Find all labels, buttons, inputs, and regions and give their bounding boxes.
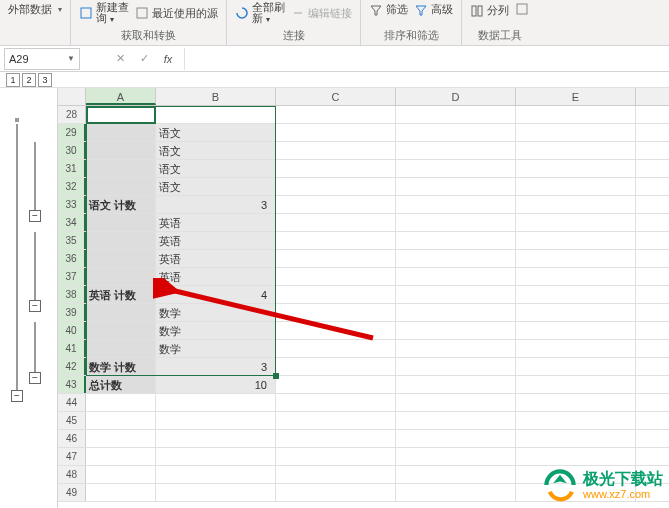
cell[interactable] bbox=[156, 466, 276, 483]
cell[interactable] bbox=[516, 304, 636, 321]
cell[interactable] bbox=[396, 376, 516, 393]
cell[interactable] bbox=[276, 376, 396, 393]
cell[interactable] bbox=[516, 268, 636, 285]
cell[interactable] bbox=[396, 268, 516, 285]
cell[interactable] bbox=[86, 304, 156, 321]
cell[interactable] bbox=[156, 394, 276, 411]
cell[interactable]: 数学 bbox=[156, 340, 276, 357]
col-header-c[interactable]: C bbox=[276, 88, 396, 105]
cell[interactable] bbox=[276, 196, 396, 213]
cell[interactable] bbox=[516, 196, 636, 213]
cell[interactable] bbox=[156, 484, 276, 501]
new-query-button[interactable]: 新建查询 ▾ bbox=[79, 2, 129, 24]
cell[interactable]: 3 bbox=[156, 196, 276, 213]
row-header[interactable]: 31 bbox=[58, 160, 86, 177]
col-header-e[interactable]: E bbox=[516, 88, 636, 105]
outline-collapse-1[interactable]: − bbox=[29, 210, 41, 222]
cell[interactable] bbox=[516, 340, 636, 357]
cell[interactable]: 4 bbox=[156, 286, 276, 303]
cell[interactable] bbox=[276, 124, 396, 141]
cell[interactable]: 英语 bbox=[156, 214, 276, 231]
cell[interactable] bbox=[516, 232, 636, 249]
cancel-icon[interactable]: ✕ bbox=[110, 49, 130, 69]
outline-collapse-3[interactable]: − bbox=[29, 372, 41, 384]
flash-fill-icon[interactable] bbox=[515, 2, 529, 19]
cell[interactable] bbox=[396, 196, 516, 213]
row-header[interactable]: 35 bbox=[58, 232, 86, 249]
cell[interactable] bbox=[276, 304, 396, 321]
outline-collapse-grand[interactable]: − bbox=[11, 390, 23, 402]
cell[interactable] bbox=[276, 106, 396, 123]
formula-bar[interactable] bbox=[184, 48, 669, 70]
cell[interactable]: 数学 bbox=[156, 304, 276, 321]
cell[interactable] bbox=[396, 142, 516, 159]
cell[interactable] bbox=[516, 214, 636, 231]
refresh-all-button[interactable]: 全部刷新 ▾ bbox=[235, 2, 285, 24]
spreadsheet[interactable]: A B C D E 2829语文30语文31语文32语文33语文 计数334英语… bbox=[58, 88, 669, 508]
cell[interactable] bbox=[276, 178, 396, 195]
cell[interactable] bbox=[516, 106, 636, 123]
cell[interactable] bbox=[516, 322, 636, 339]
cell[interactable]: 英语 bbox=[156, 268, 276, 285]
cell[interactable] bbox=[276, 448, 396, 465]
external-data-label[interactable]: 外部数据 bbox=[8, 2, 52, 17]
row-header[interactable]: 44 bbox=[58, 394, 86, 411]
cell[interactable] bbox=[396, 304, 516, 321]
select-all-corner[interactable] bbox=[58, 88, 86, 105]
cell[interactable] bbox=[396, 232, 516, 249]
edit-links-button[interactable]: 编辑链接 bbox=[291, 6, 352, 21]
cell[interactable] bbox=[396, 160, 516, 177]
cell[interactable] bbox=[396, 340, 516, 357]
cell[interactable] bbox=[396, 412, 516, 429]
cell[interactable] bbox=[86, 322, 156, 339]
cell[interactable] bbox=[86, 250, 156, 267]
row-header[interactable]: 42 bbox=[58, 358, 86, 375]
cell[interactable] bbox=[86, 466, 156, 483]
cell[interactable] bbox=[86, 142, 156, 159]
row-header[interactable]: 33 bbox=[58, 196, 86, 213]
cell[interactable]: 语文 bbox=[156, 142, 276, 159]
cell[interactable] bbox=[276, 268, 396, 285]
row-header[interactable]: 41 bbox=[58, 340, 86, 357]
cell[interactable] bbox=[396, 214, 516, 231]
text-to-columns-button[interactable]: 分列 bbox=[470, 3, 509, 18]
cell[interactable] bbox=[86, 430, 156, 447]
cell[interactable] bbox=[516, 394, 636, 411]
outline-level-3[interactable]: 3 bbox=[38, 73, 52, 87]
cell[interactable] bbox=[396, 250, 516, 267]
col-header-a[interactable]: A bbox=[86, 88, 156, 105]
cell[interactable] bbox=[86, 412, 156, 429]
cell[interactable] bbox=[276, 286, 396, 303]
chevron-down-icon[interactable]: ▼ bbox=[67, 54, 75, 63]
cell[interactable] bbox=[516, 178, 636, 195]
outline-collapse-2[interactable]: − bbox=[29, 300, 41, 312]
cell[interactable] bbox=[276, 394, 396, 411]
cell[interactable] bbox=[396, 430, 516, 447]
cell[interactable] bbox=[276, 412, 396, 429]
cell[interactable] bbox=[276, 466, 396, 483]
col-header-b[interactable]: B bbox=[156, 88, 276, 105]
cell[interactable] bbox=[276, 142, 396, 159]
outline-level-1[interactable]: 1 bbox=[6, 73, 20, 87]
cell[interactable] bbox=[86, 106, 156, 123]
cell[interactable] bbox=[86, 232, 156, 249]
cell[interactable] bbox=[516, 250, 636, 267]
cell[interactable] bbox=[276, 250, 396, 267]
row-header[interactable]: 28 bbox=[58, 106, 86, 123]
cell[interactable] bbox=[86, 484, 156, 501]
cell[interactable]: 英语 计数 bbox=[86, 286, 156, 303]
cell[interactable]: 英语 bbox=[156, 232, 276, 249]
row-header[interactable]: 30 bbox=[58, 142, 86, 159]
cell[interactable] bbox=[396, 106, 516, 123]
cell[interactable] bbox=[516, 124, 636, 141]
name-box[interactable]: A29 ▼ bbox=[4, 48, 80, 70]
row-header[interactable]: 39 bbox=[58, 304, 86, 321]
cell[interactable] bbox=[516, 358, 636, 375]
cell[interactable] bbox=[276, 340, 396, 357]
cell[interactable]: 总计数 bbox=[86, 376, 156, 393]
cell[interactable] bbox=[276, 160, 396, 177]
cell[interactable] bbox=[276, 430, 396, 447]
row-header[interactable]: 34 bbox=[58, 214, 86, 231]
cell[interactable] bbox=[516, 412, 636, 429]
cell[interactable] bbox=[396, 358, 516, 375]
